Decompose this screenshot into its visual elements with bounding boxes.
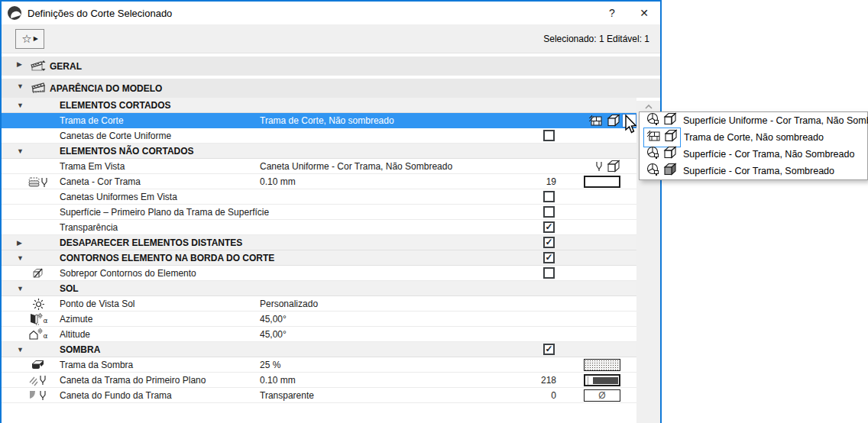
group-aparencia-do-modelo[interactable]: ▼ APARÊNCIA DO MODELO	[2, 79, 660, 98]
general-icon	[30, 59, 47, 76]
row-label: Transparência	[60, 220, 118, 235]
row-superficie-primeiro-plano[interactable]: Superfície – Primeiro Plano da Trama de …	[2, 205, 636, 220]
rows-container: ▼ ELEMENTOS CORTADOS Trama de Corte Tram…	[2, 98, 636, 403]
menu-item-superficie-uniforme[interactable]: Superfície Uniforme - Cor Trama, Não Som…	[640, 112, 867, 129]
menu-item-superficie-nao-sombreado[interactable]: Superfície - Cor Trama, Não Sombreado	[640, 146, 867, 163]
row-trama-em-vista[interactable]: Trama Em Vista Caneta Uniforme - Cor Tra…	[2, 159, 636, 174]
row-label: Superfície – Primeiro Plano da Trama de …	[60, 205, 269, 220]
pen-number: 19	[527, 174, 556, 189]
pen-color-box[interactable]	[584, 374, 620, 386]
favorites-button[interactable]: ☆▶	[15, 29, 44, 49]
shadow-fill-icon	[27, 357, 50, 373]
row-value: 25 %	[260, 357, 280, 373]
checkbox[interactable]	[543, 344, 555, 355]
azimuth-icon: α	[27, 312, 50, 327]
checkbox[interactable]	[543, 130, 555, 141]
model-appearance-icon	[30, 81, 47, 98]
subheader-label: DESAPARECER ELEMENTOS DISTANTES	[60, 235, 242, 250]
chevron-right-icon: ▶	[34, 35, 38, 42]
row-caneta-trama-primeiro-plano[interactable]: Caneta da Trama do Primeiro Plano 0.10 m…	[2, 373, 636, 388]
checkbox[interactable]	[543, 267, 555, 279]
row-sobrepor-contornos[interactable]: Sobrepor Contornos do Elemento	[2, 266, 636, 281]
checkbox[interactable]	[543, 221, 555, 233]
checkbox[interactable]	[543, 206, 555, 218]
dialog-title: Definições do Corte Selecionado	[28, 8, 172, 19]
checkbox[interactable]	[543, 252, 555, 263]
selected-section-settings-dialog: Definições do Corte Selecionado ? ✕ ☆▶ S…	[0, 0, 662, 423]
checkbox[interactable]	[543, 237, 555, 248]
row-label: Azimute	[60, 312, 92, 327]
row-label: Canetas de Corte Uniforme	[60, 128, 171, 144]
subheader-label: SOL	[60, 281, 79, 296]
app-logo-icon	[8, 6, 21, 20]
row-trama-da-sombra[interactable]: Trama da Sombra 25 %	[2, 357, 636, 373]
subheader-sombra[interactable]: ▼ SOMBRA	[2, 342, 636, 357]
subheader-label: SOMBRA	[60, 342, 100, 357]
row-value: 0.10 mm	[260, 174, 296, 189]
pen-color-box[interactable]: Ø	[584, 389, 620, 402]
hatch-pen-icon	[27, 373, 50, 388]
subheader-contornos-elemento-na-borda[interactable]: ▼ CONTORNOS ELEMENTO NA BORDA DO CORTE	[2, 250, 636, 266]
chevron-down-icon: ▼	[17, 342, 24, 357]
surface-brush-icon	[646, 146, 661, 163]
row-label: Trama Em Vista	[60, 159, 125, 174]
sun-icon	[27, 296, 50, 312]
subheader-sol[interactable]: ▼ SOL	[2, 281, 636, 296]
row-canetas-uniformes-em-vista[interactable]: Canetas Uniformes Em Vista	[2, 189, 636, 205]
menu-item-label: Superfície - Cor Trama, Sombreado	[683, 166, 834, 176]
row-value: Caneta Uniforme - Cor Trama, Não Sombrea…	[260, 159, 452, 174]
row-value: 45,00°	[260, 327, 287, 342]
pen-color-box[interactable]	[584, 176, 620, 188]
star-icon: ☆	[21, 32, 31, 46]
row-label: Caneta - Cor Trama	[60, 174, 141, 189]
row-label: Canetas Uniformes Em Vista	[60, 189, 177, 205]
subheader-desaparecer-elementos-distantes[interactable]: ▶ DESAPARECER ELEMENTOS DISTANTES	[2, 235, 636, 250]
menu-item-label: Trama de Corte, Não sombreado	[684, 132, 824, 143]
cube-outline-icon	[663, 112, 677, 129]
svg-text:α: α	[44, 317, 48, 325]
subheader-elementos-cortados[interactable]: ▼ ELEMENTOS CORTADOS	[2, 98, 636, 113]
menu-item-superficie-sombreado[interactable]: Superfície - Cor Trama, Sombreado	[640, 163, 867, 179]
chevron-down-icon: ▼	[17, 79, 24, 94]
row-caneta-cor-trama[interactable]: Caneta - Cor Trama 0.10 mm 19	[2, 174, 636, 189]
row-label: Caneta da Trama do Primeiro Plano	[60, 373, 206, 388]
selection-status: Selecionado: 1 Editável: 1	[543, 24, 649, 53]
row-canetas-de-corte-uniforme[interactable]: Canetas de Corte Uniforme	[2, 128, 636, 144]
row-azimute[interactable]: α Azimute 45,00°	[2, 312, 636, 327]
row-caneta-fundo-trama[interactable]: Caneta do Fundo da Trama Transparente 0 …	[2, 388, 636, 403]
cube-outline-icon	[663, 146, 677, 163]
help-button[interactable]: ?	[596, 2, 628, 24]
row-ponto-de-vista-sol[interactable]: Ponto de Vista Sol Personalizado	[2, 296, 636, 312]
checkbox[interactable]	[543, 191, 555, 202]
row-label: Sobrepor Contornos do Elemento	[60, 266, 196, 281]
chevron-right-icon: ▶	[17, 57, 22, 72]
row-value: Trama de Corte, Não sombreado	[260, 113, 394, 128]
background-pen-icon	[27, 388, 50, 403]
altitude-icon: α	[27, 327, 50, 342]
menu-item-trama-de-corte[interactable]: Trama de Corte, Não sombreado	[640, 129, 867, 146]
shadow-fill-pattern-box[interactable]	[584, 359, 620, 371]
chevron-down-icon: ▼	[17, 250, 24, 266]
row-label: Ponto de Vista Sol	[60, 296, 135, 312]
menu-item-label: Superfície - Cor Trama, Não Sombreado	[683, 149, 854, 160]
row-label: Trama de Corte	[60, 113, 124, 128]
subheader-label: ELEMENTOS CORTADOS	[60, 98, 171, 113]
row-value: Transparente	[260, 388, 314, 403]
group-label: GERAL	[50, 61, 82, 72]
menu-item-label: Superfície Uniforme - Cor Trama, Não Som…	[683, 115, 868, 126]
close-button[interactable]: ✕	[628, 2, 660, 24]
row-transparencia[interactable]: Transparência	[2, 220, 636, 235]
cube-outline-icon	[664, 129, 678, 146]
mouse-cursor	[623, 115, 639, 139]
subheader-label: ELEMENTOS NÃO CORTADOS	[60, 144, 194, 159]
pen-number: 0	[527, 388, 556, 403]
subheader-elementos-nao-cortados[interactable]: ▼ ELEMENTOS NÃO CORTADOS	[2, 144, 636, 159]
pen-number: 218	[527, 373, 556, 388]
group-geral[interactable]: ▶ GERAL	[2, 57, 660, 76]
fill-display-dropdown-menu: Superfície Uniforme - Cor Trama, Não Som…	[639, 111, 868, 180]
row-altitude[interactable]: α Altitude 45,00°	[2, 327, 636, 342]
row-trama-de-corte[interactable]: Trama de Corte Trama de Corte, Não sombr…	[2, 113, 636, 128]
chevron-down-icon: ▼	[17, 98, 24, 113]
row-label: Caneta do Fundo da Trama	[60, 388, 172, 403]
group-label: APARÊNCIA DO MODELO	[50, 83, 162, 94]
